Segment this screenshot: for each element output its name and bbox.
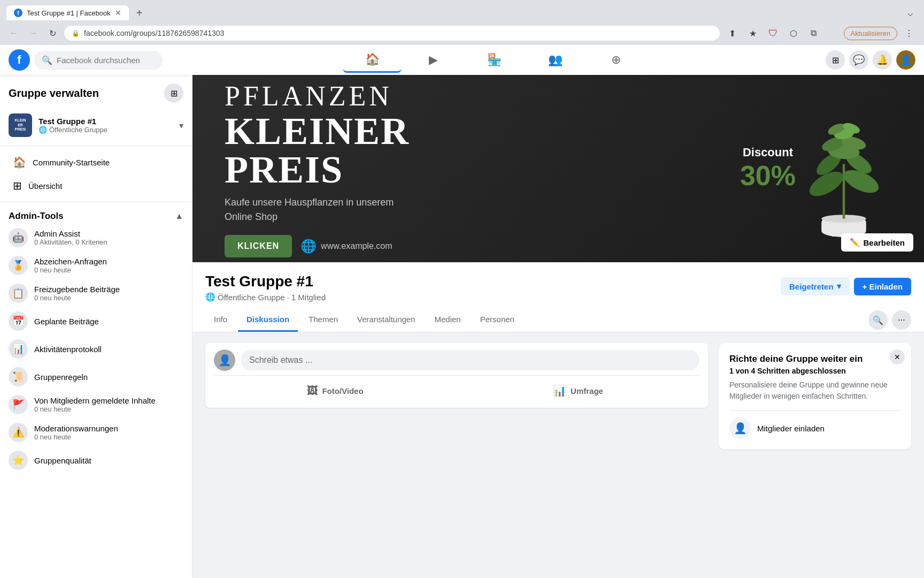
admin-item-gruppenqualitaet[interactable]: ⭐ Gruppenqualität [0,446,192,474]
browser-actions: ⬆ ★ 🛡 ⬡ ⧉ Aktualisieren ⋮ [724,25,918,42]
header-right-actions: ⊞ 💬 🔔 👤 [826,50,915,70]
forward-button[interactable]: → [26,26,41,41]
tab-info[interactable]: Info [205,308,236,332]
facebook-logo[interactable]: f [9,49,30,71]
browser-profile-avatar[interactable] [826,26,841,41]
nav-watch[interactable]: ▶ [404,47,463,73]
admin-item-abzeichen[interactable]: 🏅 Abzeichen-Anfragen 0 neu heute [0,252,192,279]
admin-assist-label: Admin Assist [34,229,183,238]
uebersicht-label: Übersicht [28,181,62,191]
umfrage-label: Umfrage [571,386,603,396]
search-box[interactable]: 🔍 [34,51,163,70]
umfrage-button[interactable]: 📊 Umfrage [457,380,699,401]
reload-button[interactable]: ↻ [45,26,60,41]
url-text: facebook.com/groups/1187626598741303 [84,29,224,37]
close-tab-button[interactable]: ✕ [115,9,121,17]
cover-klicken-button[interactable]: KLICKEN [225,235,292,257]
moderationswarnungen-icon: ⚠️ [9,423,28,442]
tab-themen[interactable]: Themen [300,308,346,332]
tab-veranstaltungen[interactable]: Veranstaltungen [349,308,424,332]
cover-plant-image [796,94,892,244]
notifications-button[interactable]: 🔔 [873,50,892,70]
tab-bar: f Test Gruppe #1 | Facebook ✕ + ⌵ [0,0,924,21]
more-options-button[interactable]: ··· [892,310,911,330]
user-avatar-small: 👤 [214,349,235,371]
extension-2-button[interactable]: ⬡ [785,25,802,42]
main-layout: Gruppe verwalten ⊞ KLEINERPREIS Test Gru… [0,75,924,578]
group-chevron-button[interactable]: ▾ [179,120,183,131]
new-tab-button[interactable]: + [131,4,148,21]
active-tab[interactable]: f Test Gruppe #1 | Facebook ✕ [6,5,129,20]
share-button[interactable]: ⬆ [724,25,741,42]
back-button[interactable]: ← [6,26,21,41]
split-screen-button[interactable]: ⧉ [805,25,822,42]
group-members-count: 1 Mitglied [291,293,326,302]
einladen-button[interactable]: + Einladen [854,278,911,295]
nav-uebersicht[interactable]: ⊞ Übersicht [4,174,188,197]
admin-tools-collapse-button[interactable]: ▲ [175,211,183,221]
bookmark-button[interactable]: ★ [744,25,761,42]
admin-item-geplante[interactable]: 📅 Geplante Beiträge [0,307,192,335]
moderationswarnungen-info: Moderationswarnungen 0 neu heute [34,424,183,441]
gemeldete-info: Von Mitgliedern gemeldete Inhalte 0 neu … [34,396,183,413]
nav-marketplace[interactable]: 🏪 [465,47,523,73]
setup-close-button[interactable]: ✕ [890,349,905,364]
home-icon: 🏠 [13,156,26,169]
group-title-row: Test Gruppe #1 🌐 Öffentliche Gruppe · 1 … [205,273,911,302]
tab-personen[interactable]: Personen [472,308,523,332]
setup-card: ✕ Richte deine Gruppe weiter ein 1 von 4… [719,343,911,450]
geplante-label: Geplante Beiträge [34,317,183,326]
browser-menu-button[interactable]: ⋮ [900,25,918,42]
apps-button[interactable]: ⊞ [826,50,845,70]
admin-item-gruppenregeln[interactable]: 📜 Gruppenregeln [0,363,192,391]
nav-groups[interactable]: 👥 [526,47,584,73]
setup-title: Richte deine Gruppe weiter ein [729,354,900,364]
cover-edit-button[interactable]: ✏️ Bearbeiten [841,233,913,252]
cover-inner: PFLANZEN KLEINER PREIS Kaufe unsere Haus… [192,75,924,262]
sidebar: Gruppe verwalten ⊞ KLEINERPREIS Test Gru… [0,75,192,578]
search-input[interactable] [57,56,155,65]
admin-item-moderationswarnungen[interactable]: ⚠️ Moderationswarnungen 0 neu heute [0,419,192,446]
profile-avatar[interactable]: 👤 [896,50,915,70]
umfrage-icon: 📊 [553,384,566,397]
aktualisieren-button[interactable]: Aktualisieren [844,27,897,40]
admin-item-admin-assist[interactable]: 🤖 Admin Assist 0 Aktivitäten, 0 Kriterie… [0,224,192,252]
messenger-button[interactable]: 💬 [849,50,868,70]
window-controls[interactable]: ⌵ [907,7,913,19]
security-icon: 🔒 [72,29,80,37]
aktivitaeten-label: Aktivitätenprotokoll [34,345,183,354]
write-post-input[interactable]: Schreib etwas ... [241,350,699,370]
gruppenregeln-info: Gruppenregeln [34,372,183,382]
sidebar-layout-button[interactable]: ⊞ [164,83,183,103]
search-posts-button[interactable]: 🔍 [868,310,888,330]
tab-diskussion[interactable]: Diskussion [238,308,298,332]
cover-preis-text: PREIS [225,150,740,189]
beigetreten-button[interactable]: Beigetreten ▾ [781,277,850,295]
tab-medien[interactable]: Medien [426,308,469,332]
search-icon: 🔍 [42,55,52,65]
gruppenqualitaet-icon: ⭐ [9,451,28,470]
divider-1 [0,146,192,146]
geplante-icon: 📅 [9,311,28,331]
group-name-label: Test Gruppe #1 [38,117,173,126]
cover-discount-block: Discount 30% [740,146,796,192]
admin-item-gemeldete[interactable]: 🚩 Von Mitgliedern gemeldete Inhalte 0 ne… [0,391,192,419]
nav-home[interactable]: 🏠 [343,47,402,73]
foto-video-button[interactable]: 🖼 Foto/Video [214,380,457,401]
gruppenregeln-label: Gruppenregeln [34,372,183,382]
extension-1-button[interactable]: 🛡 [765,25,782,42]
group-item[interactable]: KLEINERPREIS Test Gruppe #1 🌐 Öffentlich… [0,109,192,141]
admin-item-aktivitaeten[interactable]: 📊 Aktivitätenprotokoll [0,335,192,363]
admin-item-freizugebende[interactable]: 📋 Freizugebende Beiträge 0 neu heute [0,279,192,307]
nav-community-startseite[interactable]: 🏠 Community-Startseite [4,150,188,174]
group-info-section: Test Gruppe #1 🌐 Öffentliche Gruppe · 1 … [192,262,924,332]
cover-subtitle: Kaufe unsere Hauspflanzen in unserem Onl… [225,195,740,224]
nav-gaming[interactable]: ⊕ [587,47,645,73]
gruppenqualitaet-label: Gruppenqualität [34,456,183,465]
setup-mitglieder-item[interactable]: 👤 Mitglieder einladen [729,410,900,439]
gemeldete-sub: 0 neu heute [34,405,183,413]
abzeichen-info: Abzeichen-Anfragen 0 neu heute [34,257,183,274]
cover-kleiner-text: KLEINER [225,112,740,150]
address-bar[interactable]: 🔒 facebook.com/groups/1187626598741303 [64,26,720,41]
edit-icon: ✏️ [850,238,860,247]
